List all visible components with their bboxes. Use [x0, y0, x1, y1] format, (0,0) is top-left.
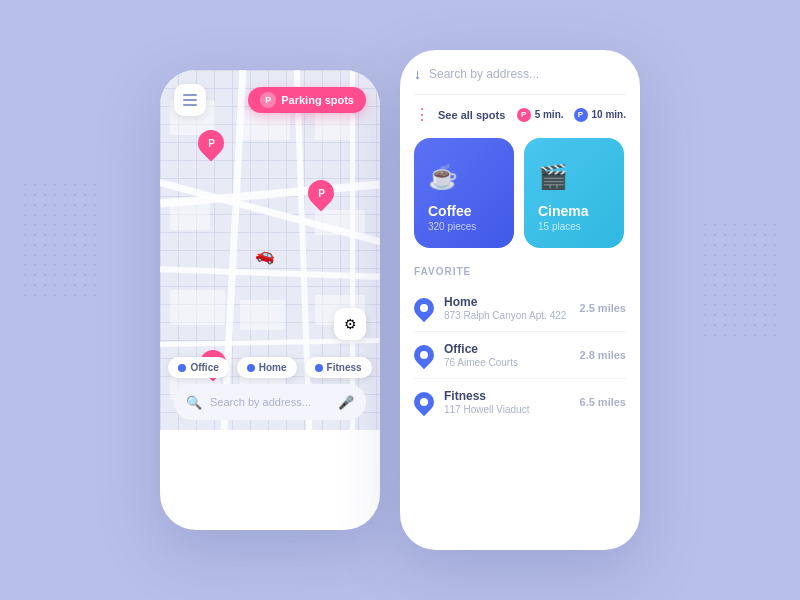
- office-dot: [178, 364, 186, 372]
- fitness-dot: [315, 364, 323, 372]
- home-name: Home: [444, 295, 570, 309]
- down-arrow-icon: ↓: [414, 66, 421, 82]
- see-all-spots-label[interactable]: See all spots: [438, 109, 507, 121]
- parking-badge[interactable]: P Parking spots: [248, 87, 366, 113]
- parking-pin-2[interactable]: P: [303, 175, 340, 212]
- home-distance: 2.5 miles: [580, 302, 626, 314]
- bottom-search-bar[interactable]: 🔍 Search by address... 🎤: [174, 384, 366, 420]
- search-icon: 🔍: [186, 395, 202, 410]
- coffee-count: 320 pieces: [428, 221, 500, 232]
- favorites-section-title: Favorite: [414, 266, 626, 277]
- fitness-shortcut[interactable]: Fitness: [305, 357, 372, 378]
- map-block: [240, 300, 285, 330]
- address-search-bar[interactable]: ↓ Search by address...: [414, 66, 626, 95]
- fav-item-fitness[interactable]: Fitness 117 Howell Viaduct 6.5 miles: [414, 379, 626, 425]
- cinema-label: Cinema: [538, 203, 610, 219]
- office-shortcut[interactable]: Office: [168, 357, 228, 378]
- home-dot: [247, 364, 255, 372]
- map-block: [315, 210, 365, 235]
- address-input-text: Search by address...: [429, 67, 626, 81]
- map-block: [170, 200, 210, 230]
- filter-10min[interactable]: P 10 min.: [574, 108, 626, 122]
- map-block: [170, 290, 225, 325]
- right-content: ↓ Search by address... ⋮ See all spots P…: [400, 50, 640, 425]
- filter-row: ⋮ See all spots P 5 min. P 10 min.: [414, 105, 626, 124]
- map-view: P Parking spots P P P 🚗 ⚙: [160, 70, 380, 430]
- fitness-distance: 6.5 miles: [580, 396, 626, 408]
- filter-dots-icon: ⋮: [414, 105, 428, 124]
- cinema-count: 15 places: [538, 221, 610, 232]
- coffee-card[interactable]: ☕ Coffee 320 pieces: [414, 138, 514, 248]
- home-info: Home 873 Ralph Canyon Apt. 422: [444, 295, 570, 321]
- right-phone: ↓ Search by address... ⋮ See all spots P…: [400, 50, 640, 550]
- fitness-name: Fitness: [444, 389, 570, 403]
- cinema-icon: 🎬: [538, 163, 610, 191]
- fitness-pin-icon: [410, 388, 438, 416]
- settings-button[interactable]: ⚙: [334, 308, 366, 340]
- office-distance: 2.8 miles: [580, 349, 626, 361]
- cinema-card[interactable]: 🎬 Cinema 15 places: [524, 138, 624, 248]
- parking-icon: P: [260, 92, 276, 108]
- fitness-info: Fitness 117 Howell Viaduct: [444, 389, 570, 415]
- office-name: Office: [444, 342, 570, 356]
- fav-item-home[interactable]: Home 873 Ralph Canyon Apt. 422 2.5 miles: [414, 285, 626, 332]
- car-icon: 🚗: [252, 242, 281, 271]
- favorites-list: Home 873 Ralph Canyon Apt. 422 2.5 miles…: [414, 285, 626, 425]
- quick-locations: Office Home Fitness: [160, 357, 380, 378]
- filter-5min[interactable]: P 5 min.: [517, 108, 564, 122]
- blue-p-icon: P: [574, 108, 588, 122]
- home-address: 873 Ralph Canyon Apt. 422: [444, 310, 570, 321]
- pink-p-icon: P: [517, 108, 531, 122]
- coffee-label: Coffee: [428, 203, 500, 219]
- fav-item-office[interactable]: Office 76 Aimee Courts 2.8 miles: [414, 332, 626, 379]
- home-pin-icon: [410, 294, 438, 322]
- office-address: 76 Aimee Courts: [444, 357, 570, 368]
- search-placeholder: Search by address...: [210, 396, 330, 408]
- menu-button[interactable]: [174, 84, 206, 116]
- office-info: Office 76 Aimee Courts: [444, 342, 570, 368]
- office-pin-icon: [410, 341, 438, 369]
- left-phone: P Parking spots P P P 🚗 ⚙: [160, 70, 380, 530]
- home-shortcut[interactable]: Home: [237, 357, 297, 378]
- microphone-icon[interactable]: 🎤: [338, 395, 354, 410]
- fitness-address: 117 Howell Viaduct: [444, 404, 570, 415]
- map-header: P Parking spots: [160, 84, 380, 116]
- category-cards: ☕ Coffee 320 pieces 🎬 Cinema 15 places: [414, 138, 626, 248]
- coffee-icon: ☕: [428, 163, 500, 191]
